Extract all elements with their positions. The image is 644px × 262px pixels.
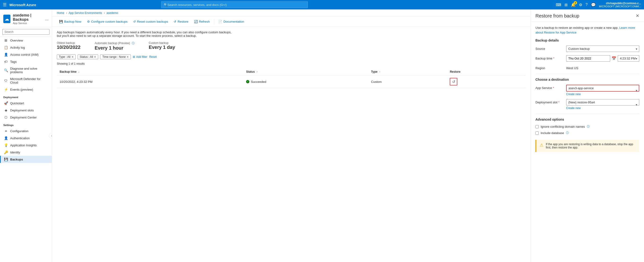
warning-box: ⚠ If the app you are restoring is writin… [536, 140, 639, 152]
deployment-slot-select[interactable]: (New) restore-95a4 [566, 99, 639, 106]
row-restore-button[interactable]: ↺ [450, 78, 457, 85]
backup-time-select[interactable]: 4:23:32 PM [618, 55, 639, 62]
sidebar-item-label: Quickstart [10, 102, 24, 105]
refresh-button[interactable]: 🔄 Refresh [192, 19, 212, 24]
auto-value: Every 1 hour [95, 45, 134, 51]
user-name: chrisapublic@contoso.c... [599, 2, 641, 5]
warning-text: If the app you are restoring is writing … [546, 142, 636, 149]
col-status[interactable]: Status ↑ [243, 68, 368, 76]
sidebar-item-deployment-center[interactable]: ⬡ Deployment Center [0, 114, 52, 121]
auto-backup-info-icon: ⓘ [132, 41, 134, 45]
sidebar-item-diagnose[interactable]: 🔍 Diagnose and solve problems [0, 65, 52, 76]
sidebar-header-text: asedemo | Backups App Service [13, 13, 42, 24]
create-new-app-link[interactable]: Create new [566, 93, 639, 96]
sidebar-item-label: Microsoft Defender for Cloud [10, 77, 48, 84]
documentation-icon: 📄 [218, 20, 222, 23]
filter-status-clear[interactable]: ✕ [94, 55, 96, 59]
user-account[interactable]: chrisapublic@contoso.c... MICROSOFT (MIC… [599, 2, 641, 8]
top-nav-icons: ⌨ ⊞ 🔔 3 ⚙ ? 💬 chrisapublic@contoso.c... … [556, 2, 641, 8]
col-backup-time[interactable]: Backup time ↓ [57, 68, 243, 76]
sidebar-header: ☁ asedemo | Backups App Service ... [0, 9, 52, 27]
panel-close-button[interactable]: ✕ [636, 13, 639, 18]
results-count: Showing 1 of 1 results [57, 62, 526, 65]
sidebar-item-access-control[interactable]: 👤 Access control (IAM) [0, 51, 52, 58]
ignore-domain-checkbox[interactable] [536, 125, 539, 129]
required-star: * [553, 57, 554, 60]
sidebar-item-deployment-slots[interactable]: ◈ Deployment slots [0, 107, 52, 114]
deployment-center-icon: ⬡ [4, 116, 8, 119]
deployment-slot-control: (New) restore-95a4 Create new [566, 99, 639, 110]
sidebar-item-label: Events (preview) [10, 88, 33, 91]
user-tenant: MICROSOFT (MICROSOFT.ONMI... [599, 5, 641, 8]
col-type[interactable]: Type ↑ [368, 68, 447, 76]
sidebar-item-configuration[interactable]: ≡ Configuration [0, 128, 52, 134]
filter-status[interactable]: Status : All ✕ [78, 55, 98, 59]
sidebar-more-options[interactable]: ... [45, 16, 48, 21]
help-icon[interactable]: ? [586, 2, 588, 7]
backup-date-input[interactable] [566, 55, 610, 62]
include-database-info-icon[interactable]: ⓘ [566, 131, 569, 135]
custom-backup: Custom backup Every 1 day [149, 41, 175, 51]
sidebar-item-tags[interactable]: 🏷 Tags [0, 58, 52, 65]
sidebar-item-activity-log[interactable]: 📋 Activity log [0, 44, 52, 51]
events-icon: ⚡ [4, 88, 8, 91]
restore-button[interactable]: ↺ Restore [171, 19, 191, 24]
filter-time-range[interactable]: Time range : None ✕ [100, 55, 131, 59]
authentication-icon: 👤 [4, 136, 8, 140]
sidebar-item-backups[interactable]: 💾 Backups [0, 156, 52, 163]
add-filter-button[interactable]: ⊞ Add filter [133, 55, 147, 59]
directory-icon[interactable]: ⊞ [564, 2, 568, 7]
breadcrumb-service-env[interactable]: App Service Environments [68, 11, 102, 15]
backup-now-button[interactable]: 💾 Backup Now [57, 19, 84, 24]
custom-value: Every 1 day [149, 45, 175, 50]
calendar-icon[interactable]: 📅 [612, 56, 616, 61]
feedback-icon[interactable]: 💬 [591, 2, 596, 7]
tags-icon: 🏷 [4, 60, 8, 63]
cloud-shell-icon[interactable]: ⌨ [556, 2, 561, 7]
settings-icon[interactable]: ⚙ [579, 2, 582, 7]
reset-filters-button[interactable]: Reset [149, 55, 156, 59]
sidebar-item-app-insights[interactable]: 💡 Application Insights [0, 142, 52, 149]
global-search-bar[interactable]: 🔍 [161, 1, 308, 8]
source-select[interactable]: Custom backup [566, 46, 639, 52]
auto-backup: Automatic backup (Preview) ⓘ Every 1 hou… [95, 41, 134, 51]
backup-table: Backup time ↓ Status ↑ Type ↑ Restore [57, 68, 526, 88]
filter-type[interactable]: Type : All ✕ [57, 55, 76, 59]
deployment-section-label: Deployment [0, 93, 52, 100]
breadcrumb-separator: › [66, 11, 67, 15]
panel-header: Restore from backup ✕ [531, 9, 644, 22]
sidebar-item-overview[interactable]: ⊞ Overview [0, 37, 52, 44]
sidebar-search-input[interactable] [2, 29, 50, 35]
sidebar-item-authentication[interactable]: 👤 Authentication [0, 134, 52, 142]
sidebar-item-events[interactable]: ⚡ Events (preview) [0, 86, 52, 93]
breadcrumb-current[interactable]: asedemo [106, 11, 118, 15]
deployment-slots-icon: ◈ [4, 108, 8, 112]
app-service-select[interactable]: asev3-app-service [566, 85, 639, 92]
panel-body: Use a backup to restore an existing app … [531, 22, 644, 262]
hamburger-menu[interactable]: ☰ [3, 2, 6, 7]
configure-backups-button[interactable]: ⚙ Configure custom backups [85, 19, 130, 24]
content-description: App backups happen automatically every h… [57, 30, 236, 37]
sidebar-item-label: Deployment slots [10, 109, 34, 112]
sidebar-item-defender[interactable]: 🛡 Microsoft Defender for Cloud [0, 76, 52, 86]
oldest-label: Oldest backup [57, 41, 80, 45]
sidebar-item-quickstart[interactable]: 🚀 Quickstart [0, 100, 52, 107]
filter-time-clear[interactable]: ✕ [126, 55, 129, 59]
cell-status: ✓ Succeeded [243, 76, 368, 88]
overview-icon: ⊞ [4, 38, 8, 42]
ignore-domain-info-icon[interactable]: ⓘ [587, 125, 590, 129]
sidebar-item-label: Application Insights [10, 143, 37, 147]
sidebar-item-label: Deployment Center [10, 116, 37, 119]
sidebar-item-identity[interactable]: 🔑 Identity [0, 149, 52, 156]
documentation-button[interactable]: 📄 Documentation [216, 19, 246, 24]
filter-type-clear[interactable]: ✕ [72, 55, 74, 59]
global-search-input[interactable] [168, 3, 305, 6]
restore-icon: ↺ [174, 20, 176, 23]
backup-details-section: Backup details Source Custom backup Back… [536, 38, 639, 70]
breadcrumb-home[interactable]: Home [57, 11, 64, 15]
include-database-checkbox[interactable] [536, 131, 539, 135]
panel-divider-1 [536, 74, 639, 74]
create-new-slot-link[interactable]: Create new [566, 107, 639, 110]
reset-backups-button[interactable]: ↺ Reset custom backups [131, 19, 170, 24]
notification-icon[interactable]: 🔔 3 [571, 2, 576, 7]
